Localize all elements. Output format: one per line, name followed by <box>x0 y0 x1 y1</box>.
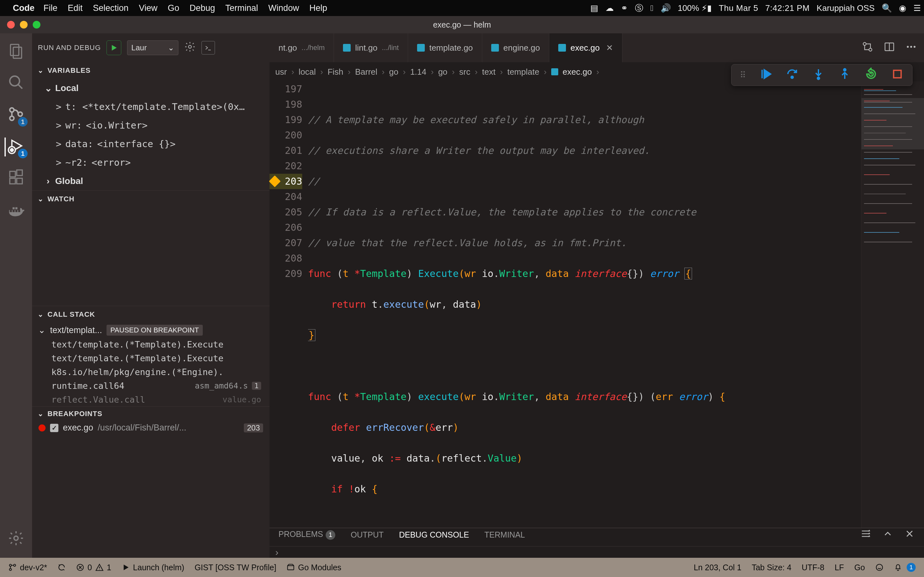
menu-file[interactable]: File <box>44 3 58 13</box>
editor-tab[interactable]: engine.go <box>482 33 549 62</box>
minimap[interactable] <box>861 81 924 528</box>
debug-config-dropdown[interactable]: Laur ⌄ <box>127 40 178 55</box>
debug-settings-gear-icon[interactable] <box>184 41 196 55</box>
menu-debug[interactable]: Debug <box>190 3 215 13</box>
clear-console-icon[interactable] <box>861 528 871 541</box>
step-out-button[interactable] <box>838 68 851 83</box>
menu-terminal[interactable]: Terminal <box>225 3 258 13</box>
stop-button[interactable] <box>891 68 904 83</box>
variable-row[interactable]: > t: <*text/template.Template>(0x… <box>41 97 270 116</box>
restart-button[interactable] <box>865 68 877 83</box>
debug-console-body[interactable]: API server listening at: 127.0.0.1:33248… <box>270 541 924 546</box>
scope-global[interactable]: › Global <box>41 172 270 190</box>
svg-point-12 <box>189 45 192 48</box>
close-panel-icon[interactable] <box>904 528 915 541</box>
compare-changes-icon[interactable] <box>862 41 873 55</box>
tray-icon[interactable]: Ⓢ <box>635 3 643 14</box>
status-branch[interactable]: dev-v2* <box>3 558 52 577</box>
status-tabsize[interactable]: Tab Size: 4 <box>746 558 796 577</box>
spotlight-icon[interactable]: 🔍 <box>882 3 892 13</box>
tray-icon[interactable]: ☁ <box>606 3 614 13</box>
search-icon[interactable] <box>8 74 24 93</box>
extensions-icon[interactable] <box>8 169 24 188</box>
wifi-icon[interactable]: 􀙇 <box>650 3 654 13</box>
volume-icon[interactable]: 🔊 <box>661 3 671 13</box>
debug-console-icon[interactable] <box>202 41 215 55</box>
callstack-section-header[interactable]: ⌄ CALL STACK <box>32 306 270 323</box>
line-number-gutter[interactable]: 197198199200 201202203204 20520620720820… <box>270 81 308 528</box>
menu-view[interactable]: View <box>139 3 158 13</box>
app-name[interactable]: Code <box>13 3 35 13</box>
explorer-icon[interactable] <box>8 42 24 61</box>
status-debug-launch[interactable]: Launch (helm) <box>116 558 190 577</box>
menu-edit[interactable]: Edit <box>68 3 83 13</box>
tray-icon[interactable]: ⚭ <box>621 3 628 13</box>
variables-section-header[interactable]: ⌄ VARIABLES <box>32 62 270 79</box>
breakpoints-section-header[interactable]: ⌄ BREAKPOINTS <box>32 407 270 421</box>
menubar-user[interactable]: Karuppiah OSS <box>817 3 875 13</box>
callstack-frame[interactable]: runtime.call64asm_amd64.s1 <box>32 379 270 393</box>
start-debug-button[interactable] <box>107 40 121 55</box>
notification-center-icon[interactable]: ☰ <box>913 3 921 13</box>
breakpoint-row[interactable]: ✓ exec.go /usr/local/Fish/Barrel/... 203 <box>32 421 270 435</box>
callstack-frame[interactable]: text/template.(*Template).Execute <box>32 338 270 351</box>
panel-tab-problems[interactable]: PROBLEMS1 <box>278 530 335 540</box>
menu-go[interactable]: Go <box>168 3 179 13</box>
variable-row[interactable]: > data: <interface {}> <box>41 135 270 153</box>
editor-tab[interactable]: template.go <box>408 33 482 62</box>
breakpoint-checkbox[interactable]: ✓ <box>50 424 58 432</box>
go-file-icon <box>417 44 425 52</box>
status-language[interactable]: Go <box>849 558 870 577</box>
status-eol[interactable]: LF <box>829 558 849 577</box>
debug-toolbar[interactable]: ⠿ <box>731 64 913 86</box>
code-editor[interactable]: 197198199200 201202203204 20520620720820… <box>270 81 924 528</box>
continue-button[interactable] <box>759 68 772 83</box>
editor-tab-active[interactable]: exec.go✕ <box>549 33 622 62</box>
status-problems[interactable]: 0 1 <box>71 558 116 577</box>
variable-row[interactable]: > ~r2: <error> <box>41 153 270 172</box>
split-editor-icon[interactable] <box>884 41 895 55</box>
menu-selection[interactable]: Selection <box>93 3 129 13</box>
status-encoding[interactable]: UTF-8 <box>796 558 830 577</box>
status-notifications[interactable]: 1 <box>889 558 921 577</box>
settings-gear-icon[interactable] <box>8 530 24 549</box>
menu-help[interactable]: Help <box>309 3 327 13</box>
step-into-button[interactable] <box>812 68 825 83</box>
window-maximize-button[interactable] <box>33 21 40 29</box>
status-feedback-icon[interactable] <box>870 558 889 577</box>
status-cursor-pos[interactable]: Ln 203, Col 1 <box>688 558 746 577</box>
menu-window[interactable]: Window <box>268 3 299 13</box>
close-icon[interactable]: ✕ <box>606 43 613 53</box>
menubar-time[interactable]: 7:42:21 PM <box>765 3 809 13</box>
battery-indicator[interactable]: 100% ⚡︎▮ <box>678 3 712 13</box>
run-debug-icon[interactable]: 1 <box>5 137 24 156</box>
scope-local[interactable]: ⌄ Local <box>41 79 270 97</box>
editor-tab[interactable]: lint.go.../lint <box>334 33 408 62</box>
docker-icon[interactable] <box>8 201 24 220</box>
more-actions-icon[interactable] <box>905 41 917 55</box>
window-minimize-button[interactable] <box>20 21 27 29</box>
panel-tab-debug-console[interactable]: DEBUG CONSOLE <box>399 530 469 540</box>
source-control-icon[interactable]: 1 <box>8 106 24 125</box>
callstack-frame[interactable]: reflect.Value.callvalue.go <box>32 393 270 406</box>
status-gomod[interactable]: Go Modules <box>281 558 347 577</box>
menubar-date[interactable]: Thu Mar 5 <box>719 3 758 13</box>
tray-icon[interactable]: ▤ <box>590 3 598 13</box>
step-over-button[interactable] <box>786 68 798 83</box>
callstack-frame[interactable]: k8s.io/helm/pkg/engine.(*Engine). <box>32 365 270 379</box>
status-sync[interactable] <box>52 558 71 577</box>
window-close-button[interactable] <box>7 21 15 29</box>
status-gist[interactable]: GIST [OSS TW Profile] <box>189 558 281 577</box>
collapse-panel-icon[interactable] <box>882 528 893 541</box>
variable-row[interactable]: > wr: <io.Writer> <box>41 116 270 135</box>
watch-section-header[interactable]: ⌄ WATCH <box>32 191 270 207</box>
callstack-frame[interactable]: text/template.(*Template).Execute <box>32 351 270 365</box>
siri-icon[interactable]: ◉ <box>899 3 906 13</box>
panel-tab-terminal[interactable]: TERMINAL <box>485 530 525 540</box>
debug-console-input[interactable]: › <box>270 546 924 558</box>
svg-rect-23 <box>551 68 558 75</box>
panel-tab-output[interactable]: OUTPUT <box>351 530 384 540</box>
editor-tab[interactable]: nt.go.../helm <box>270 33 334 62</box>
callstack-thread[interactable]: ⌄ text/templat... PAUSED ON BREAKPOINT <box>32 323 270 338</box>
drag-handle-icon[interactable]: ⠿ <box>740 70 746 80</box>
